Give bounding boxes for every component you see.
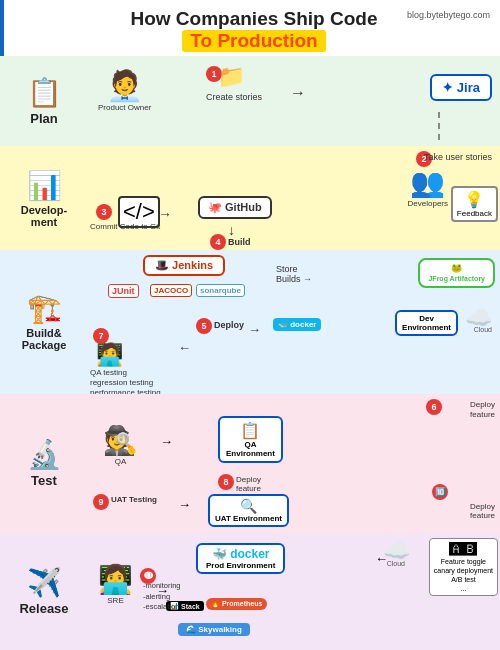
- build-row: 🎩 Jenkins JUnit JACOCO sonarqube StoreBu…: [88, 250, 500, 394]
- feature-toggle-ab-icon: 🅰🅱: [434, 541, 493, 557]
- sonarqube-label: sonarqube: [196, 284, 245, 297]
- arrow-deploy: →: [248, 322, 261, 337]
- dev-row: 2 Take user stories 👥 Developers 💡 Feedb…: [88, 146, 500, 250]
- qa-tester-icon: 🧑‍💻: [96, 342, 123, 368]
- test-icon: 🔬: [27, 438, 62, 471]
- prod-env-label: Prod Environment: [206, 561, 275, 570]
- step3-num: 3: [96, 204, 112, 220]
- feedback-label: Feedback: [457, 209, 492, 218]
- jfrog-icon: 🐸: [451, 263, 462, 273]
- sidebar-dev: 📊 Develop- ment: [0, 146, 88, 250]
- sidebar-plan: 📋 Plan: [0, 56, 88, 146]
- junit-label: JUnit: [108, 284, 139, 298]
- feedback-box: 💡 Feedback: [451, 186, 498, 222]
- dev-label: Develop- ment: [21, 204, 67, 228]
- arrow-from-qa: →: [160, 434, 173, 449]
- arrow-back-step7: ←: [178, 340, 191, 355]
- step8-num: 8: [218, 474, 234, 490]
- sidebar-test: 🔬 Test: [0, 394, 88, 533]
- jenkins-box: 🎩 Jenkins: [143, 255, 225, 276]
- github-box: 🐙 GitHub: [198, 196, 272, 219]
- build-label-step4: Build: [228, 237, 251, 247]
- plan-icon: 📋: [27, 76, 62, 109]
- arrow-to-github: →: [158, 206, 172, 222]
- sre-monitoring-label: -monitoring -alerting -escalation: [143, 581, 181, 613]
- arrow-to-jira: →: [290, 84, 306, 102]
- take-user-stories-label: Take user stories: [424, 152, 492, 162]
- jira-icon: ✦: [442, 80, 457, 95]
- jira-dashed-line: [438, 112, 440, 140]
- arrow-down-build: ↓: [228, 222, 235, 238]
- sre-label: SRE: [98, 596, 133, 605]
- qa-env-label: QAEnvironment: [226, 440, 275, 458]
- feature-toggle-box: 🅰🅱 Feature toggle canary deployment A/B …: [429, 538, 498, 596]
- arrow-prod: ←: [375, 551, 388, 566]
- sidebar-release: ✈️ Release: [0, 533, 88, 650]
- store-builds-arrow: StoreBuilds →: [276, 264, 312, 284]
- deploy-feature10-label: Deploy feature: [470, 502, 495, 520]
- test-label: Test: [31, 473, 57, 488]
- dev-env-box: DevEnvironment: [395, 310, 458, 336]
- subtitle: To Production: [182, 30, 325, 52]
- sidebar-build: 🏗️ Build& Package: [0, 250, 88, 394]
- jacoco-label: JACOCO: [150, 284, 192, 297]
- cloud-label-dev: Cloud: [474, 326, 492, 333]
- create-stories-label: Create stories: [206, 92, 262, 102]
- create-stories-icon: 📁: [218, 64, 245, 90]
- product-owner-icon: 🧑‍💼: [98, 68, 151, 103]
- uat-testing-label: UAT Testing: [111, 495, 157, 504]
- developers-figure: 👥 Developers: [408, 166, 448, 208]
- deploy-label: Deploy: [214, 320, 244, 330]
- sre-icon: 👩‍💻: [98, 563, 133, 596]
- step10-num: 🔟: [432, 484, 448, 500]
- jenkins-icon: 🎩: [155, 259, 172, 271]
- content-area: 🧑‍💼 Product Owner 1 📁 Create stories → ✦…: [88, 56, 500, 650]
- main-content: 📋 Plan 📊 Develop- ment 🏗️ Build& Package…: [0, 56, 500, 650]
- docker-badge: 🐳 docker: [273, 318, 321, 331]
- docker-prod-icon: 🐳 docker: [206, 547, 275, 561]
- release-label: Release: [19, 601, 68, 616]
- uat-env-icon: 🔍: [215, 498, 282, 514]
- release-icon: ✈️: [27, 566, 62, 599]
- release-row: 🐳 docker Prod Environment ☁️ Cloud ← 🅰🅱 …: [88, 533, 500, 650]
- blog-url: blog.bytebytego.com: [407, 10, 490, 20]
- feedback-icon: 💡: [457, 190, 492, 209]
- step5-num: 5: [196, 318, 212, 334]
- qa-icon: 🕵️: [103, 424, 138, 457]
- build-icon: 🏗️: [27, 292, 62, 325]
- product-owner-figure: 🧑‍💼 Product Owner: [98, 68, 151, 112]
- sidebar: 📋 Plan 📊 Develop- ment 🏗️ Build& Package…: [0, 56, 88, 650]
- qa-label: QA: [103, 457, 138, 466]
- jfrog-box: 🐸JFrog Artifactory: [418, 258, 495, 288]
- qa-env-icon: 📋: [226, 421, 275, 440]
- page: How Companies Ship Code To Production bl…: [0, 0, 500, 650]
- deploy-feature8-label: Deploy feature: [236, 475, 261, 493]
- step4-num: 4: [210, 234, 226, 250]
- arrow-to-uat: →: [178, 497, 191, 512]
- jira-box: ✦ Jira: [430, 74, 492, 101]
- sre-figure: 👩‍💻 SRE: [98, 563, 133, 605]
- plan-row: 🧑‍💼 Product Owner 1 📁 Create stories → ✦…: [88, 56, 500, 146]
- prod-env-box: 🐳 docker Prod Environment: [196, 543, 285, 574]
- prometheus-badge: 🔥 Prometheus: [206, 598, 267, 610]
- feature-toggle-label: Feature toggle canary deployment A/B tes…: [434, 557, 493, 593]
- step6-num: 6: [426, 399, 442, 415]
- header: How Companies Ship Code To Production bl…: [0, 0, 500, 56]
- qa-figure: 🕵️ QA: [103, 424, 138, 466]
- dev-icon: 📊: [27, 169, 62, 202]
- deploy-feature6-label: Deploy feature: [470, 400, 495, 421]
- test-row: 6 Deploy feature 🕵️ QA → 📋 QAEnvironment…: [88, 394, 500, 534]
- commit-label: Commit Code to Git: [90, 222, 160, 231]
- uat-env-label: UAT Environment: [215, 514, 282, 523]
- dev-env-label: DevEnvironment: [402, 314, 451, 332]
- developers-icon: 👥: [408, 166, 448, 199]
- product-owner-label: Product Owner: [98, 103, 151, 112]
- skywalking-badge: 🌊 Skywalking: [178, 623, 250, 636]
- plan-label: Plan: [30, 111, 57, 126]
- qa-env-box: 📋 QAEnvironment: [218, 416, 283, 463]
- uat-env-box: 🔍 UAT Environment: [208, 494, 289, 527]
- github-icon: 🐙: [208, 201, 225, 213]
- build-label: Build& Package: [22, 327, 67, 351]
- step9-num: 9: [93, 494, 109, 510]
- cloud-label-prod: Cloud: [387, 560, 405, 567]
